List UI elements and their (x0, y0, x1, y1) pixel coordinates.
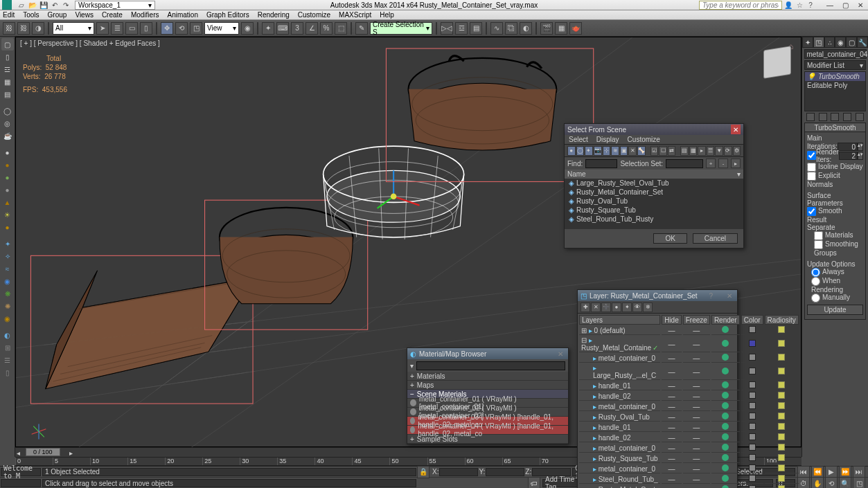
color-swatch[interactable] (749, 433, 756, 440)
layer-icon[interactable]: ☲ (1, 63, 14, 75)
filter-icon[interactable]: ▼ (715, 146, 723, 156)
box-icon[interactable]: ▢ (1, 38, 14, 51)
modify-tab-icon[interactable]: ◳ (813, 37, 824, 48)
radiosity-icon[interactable] (778, 402, 785, 409)
layer-row[interactable]: ▸ handle_02 —— (579, 392, 799, 401)
help-icon[interactable]: ? (706, 291, 716, 300)
ref-coord[interactable]: View▾ (204, 22, 239, 35)
filter-shape-icon[interactable]: ◯ (576, 146, 585, 156)
explicit-check[interactable] (807, 172, 816, 181)
display-tab-icon[interactable]: ▢ (846, 37, 857, 48)
invert-icon[interactable]: ⇄ (668, 146, 676, 156)
radiosity-icon[interactable] (778, 354, 785, 361)
remove-mod-icon[interactable] (843, 113, 851, 121)
grid-icon[interactable]: ▦ (1, 75, 14, 88)
object-name-field[interactable]: metal_container_04 (804, 49, 867, 59)
util2-icon[interactable]: ⊞ (1, 341, 14, 354)
render-iters-check[interactable] (807, 151, 816, 160)
scale-icon[interactable]: ◳ (190, 22, 202, 35)
material-editor-icon[interactable]: ◐ (520, 22, 532, 35)
close-icon[interactable]: ✕ (725, 291, 734, 300)
color-swatch[interactable] (749, 368, 756, 374)
materials-check[interactable] (814, 231, 823, 240)
color-swatch[interactable] (749, 381, 756, 388)
color-swatch[interactable] (749, 413, 756, 419)
lock-icon[interactable]: 🔒 (417, 466, 429, 478)
update-render-radio[interactable] (811, 277, 820, 286)
sphere-prim-icon[interactable]: ◯ (1, 105, 14, 117)
isoline-check[interactable] (807, 163, 816, 172)
menu-views[interactable]: Views (75, 11, 94, 19)
render-icon[interactable] (722, 368, 729, 374)
expand-icon[interactable]: ▦ (689, 146, 698, 156)
link-icon[interactable]: ⛓ (3, 22, 15, 35)
filter-helper-icon[interactable]: ⊹ (603, 146, 611, 156)
ball2-icon[interactable]: ● (1, 159, 14, 171)
keyboard-icon[interactable]: ⌨ (276, 22, 289, 35)
unlink-icon[interactable]: ⛓ (17, 22, 30, 35)
new-icon[interactable]: ▱ (17, 0, 26, 10)
color-swatch[interactable] (749, 454, 756, 461)
scene-item[interactable]: ◈Rusty_Square_Tub (565, 206, 743, 215)
open-icon[interactable]: 📂 (28, 0, 37, 10)
selset-get-icon[interactable]: ▸ (731, 159, 741, 168)
curve-editor-icon[interactable]: ∿ (490, 22, 503, 35)
named-selset[interactable]: Create Selection S▾ (370, 22, 432, 35)
render-iters-spinner[interactable]: 2 (839, 152, 858, 160)
nav-pan-icon[interactable]: ✋ (811, 477, 824, 488)
manipulate-icon[interactable]: ✦ (262, 22, 274, 35)
scene-item[interactable]: ◈Rusty_Metal_Container_Set (565, 188, 743, 197)
layer-row[interactable]: ▸ Rusty_Metal_Cont —— (579, 485, 799, 488)
scene-item[interactable]: ◈Steel_Round_Tub_Rusty (565, 215, 743, 224)
menu-animation[interactable]: Animation (167, 11, 197, 19)
selset-add-icon[interactable]: + (706, 159, 716, 168)
update-button[interactable]: Update (807, 305, 863, 315)
iterations-spinner[interactable]: 0 (838, 143, 858, 151)
scene-item[interactable]: ◈Large_Rusty_Steel_Oval_Tub (565, 179, 743, 188)
update-manual-radio[interactable] (811, 293, 820, 302)
next-key-icon[interactable]: ⏩ (839, 466, 851, 478)
color-swatch[interactable] (749, 392, 756, 399)
add-sel-icon[interactable]: ➕ (601, 302, 611, 312)
menu-help[interactable]: Help (380, 11, 394, 19)
color-swatch[interactable] (749, 423, 756, 430)
redo-icon[interactable]: ↷ (61, 0, 71, 10)
layer-row[interactable]: ▸ Rusty_Square_Tub —— (579, 454, 799, 463)
layer-row[interactable]: ▸ metal_container_0 —— (579, 464, 799, 473)
collapse-icon[interactable]: ▤ (680, 146, 689, 156)
color-swatch[interactable] (749, 340, 756, 347)
layer-row[interactable]: ⊞ ▸ 0 (default) —— (579, 326, 799, 335)
render-icon[interactable] (722, 402, 729, 409)
render-icon[interactable] (722, 413, 729, 419)
radiosity-icon[interactable] (778, 392, 785, 399)
sfs-menu-customize[interactable]: Customize (628, 136, 660, 143)
comm-icon[interactable]: ☆ (795, 0, 804, 10)
color-swatch[interactable] (749, 485, 756, 488)
layer-row[interactable]: ▸ handle_01 —— (579, 381, 799, 390)
layer-row[interactable]: ▸ metal_container_0 —— (579, 444, 799, 453)
timetag-icon[interactable]: 🏷 (528, 477, 540, 488)
render-icon[interactable] (722, 464, 729, 471)
find-field[interactable] (585, 159, 617, 168)
search-opts-icon[interactable]: ▾ (410, 362, 414, 370)
util1-icon[interactable]: ◐ (1, 329, 14, 341)
sel-obj-icon[interactable]: ● (612, 302, 621, 312)
render-icon[interactable] (722, 354, 729, 361)
align-icon[interactable]: ☲ (455, 22, 468, 35)
torus-icon[interactable]: ◎ (1, 117, 14, 129)
cylinder-icon[interactable]: ▯ (1, 51, 14, 63)
named-selset-edit-icon[interactable]: ✎ (355, 22, 368, 35)
time-tag[interactable]: Add Time Tag (542, 479, 581, 487)
nav-zoom-icon[interactable]: 🔍 (839, 477, 851, 488)
highlight-icon[interactable]: ✦ (622, 302, 632, 312)
modifier-stack[interactable]: 💡TurboSmooth Editable Poly (804, 71, 866, 111)
layer-row[interactable]: ▸ Large_Rusty_...el_C —— (579, 364, 799, 380)
render-setup-icon[interactable]: 🎬 (540, 22, 553, 35)
close-icon[interactable]: ✕ (853, 0, 868, 10)
save-icon[interactable]: 💾 (39, 0, 48, 10)
y-field[interactable] (486, 468, 524, 476)
hierarchy-tab-icon[interactable]: ⛬ (824, 37, 835, 48)
utilities-tab-icon[interactable]: 🔧 (857, 37, 868, 48)
menu-customize[interactable]: Customize (298, 11, 330, 19)
spinner-arrows[interactable]: ▴▾ (858, 152, 863, 160)
